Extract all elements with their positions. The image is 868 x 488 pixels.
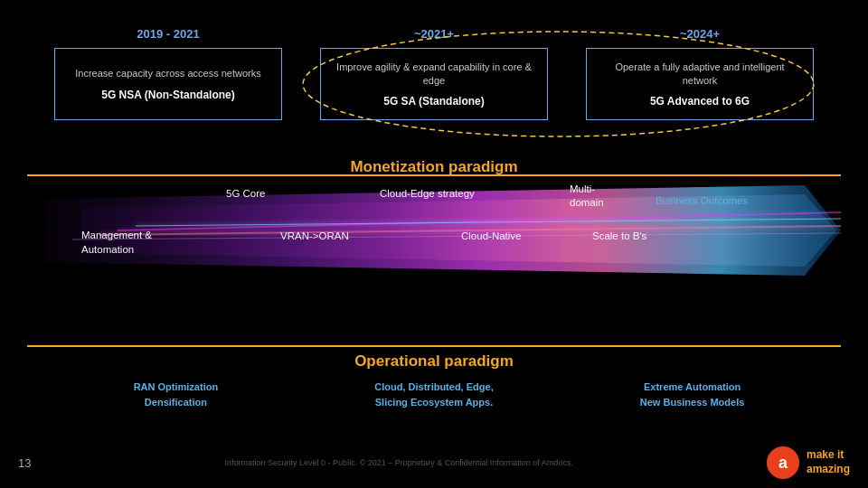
logo-line1: make it — [807, 448, 844, 461]
beam-label-scale: Scale to B's — [592, 230, 646, 241]
operational-label: Operational paradigm — [0, 352, 868, 371]
beam-label-vran: VRAN->ORAN — [280, 230, 349, 241]
bottom-col-3: Extreme AutomationNew Business Models — [571, 380, 814, 409]
beam-label-management: Management &Automation — [81, 228, 152, 257]
bottom-label-2: Cloud, Distributed, Edge,Slicing Ecosyst… — [313, 380, 556, 409]
year-3: ~2024+ — [680, 27, 720, 41]
timeline-box-3: Operate a fully adaptive and intelligent… — [586, 48, 814, 120]
tech-3: 5G Advanced to 6G — [650, 95, 750, 108]
footer: 13 Information Security Level 0 - Public… — [18, 446, 850, 479]
timeline-col-1: 2019 - 2021 Increase capacity across acc… — [54, 27, 282, 120]
beam-label-cloud-edge: Cloud-Edge strategy — [380, 188, 475, 199]
beam-section: 5G Core Cloud-Edge strategy Multi-domain… — [27, 181, 841, 289]
slide-number: 13 — [18, 456, 31, 470]
beam-label-business-outcomes: Business Outcomes — [656, 195, 748, 206]
logo-line2: amazing — [807, 463, 850, 475]
bottom-label-3: Extreme AutomationNew Business Models — [571, 380, 814, 409]
bottom-col-2: Cloud, Distributed, Edge,Slicing Ecosyst… — [313, 380, 556, 409]
bottom-label-1: RAN OptimizationDensification — [54, 380, 297, 409]
beam-label-cloud-native: Cloud-Native — [461, 230, 521, 241]
beam-label-multi-domain: Multi-domain — [570, 183, 604, 210]
desc-3: Operate a fully adaptive and intelligent… — [599, 61, 800, 89]
tech-1: 5G NSA (Non-Standalone) — [101, 89, 235, 101]
desc-1: Increase capacity across access networks — [75, 67, 260, 80]
timeline-box-2: Improve agility & expand capability in c… — [320, 48, 548, 120]
beam-label-5g-core: 5G Core — [226, 188, 265, 199]
orange-line-bottom — [27, 345, 841, 347]
desc-2: Improve agility & expand capability in c… — [334, 61, 534, 89]
logo-area: a make it amazing — [767, 446, 850, 479]
year-1: 2019 - 2021 — [137, 27, 199, 41]
logo-icon: a — [767, 446, 799, 479]
footer-text: Information Security Level 0 - Public. ©… — [31, 458, 767, 467]
timeline-box-1: Increase capacity across access networks… — [54, 48, 282, 120]
slide: 2019 - 2021 Increase capacity across acc… — [0, 0, 868, 488]
logo-text: make it amazing — [807, 448, 850, 476]
timeline-section: 2019 - 2021 Increase capacity across acc… — [54, 27, 814, 120]
timeline-col-3: ~2024+ Operate a fully adaptive and inte… — [586, 27, 814, 120]
monetization-label: Monetization paradigm — [0, 158, 868, 176]
orange-line-top — [27, 174, 841, 176]
bottom-section: RAN OptimizationDensification Cloud, Dis… — [54, 380, 814, 409]
year-2: ~2021+ — [414, 27, 454, 41]
logo-letter: a — [778, 454, 788, 473]
tech-2: 5G SA (Standalone) — [383, 95, 485, 108]
timeline-col-2: ~2021+ Improve agility & expand capabili… — [320, 27, 548, 120]
bottom-col-1: RAN OptimizationDensification — [54, 380, 297, 409]
